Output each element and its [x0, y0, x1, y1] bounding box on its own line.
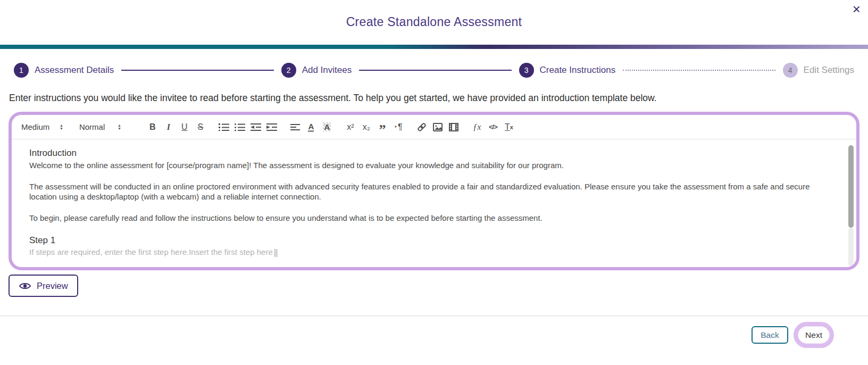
paragraph-direction-button[interactable]: ‣ ¶	[390, 119, 406, 135]
bullet-list-icon[interactable]	[232, 119, 248, 135]
header-gradient-bar	[0, 45, 868, 49]
next-button-focus-ring: Next	[794, 322, 834, 348]
editor-heading-step1: Step 1	[29, 235, 824, 246]
text-cursor	[274, 249, 278, 257]
clear-format-t: T	[505, 122, 510, 132]
step-edit-settings: 4 Edit Settings	[783, 63, 854, 78]
ordered-list-icon[interactable]	[216, 119, 232, 135]
step-connector-1	[121, 70, 273, 71]
step-3-circle: 3	[519, 63, 534, 78]
editor-text-area[interactable]: Introduction Welcome to the online asses…	[12, 139, 856, 267]
step-connector-2	[359, 70, 511, 71]
text-color-button[interactable]: A	[303, 119, 319, 135]
script-quote-group: x² x₂ ” ‣ ¶	[343, 119, 406, 135]
code-view-button[interactable]: </>	[485, 119, 501, 135]
step-2-label: Add Invitees	[302, 65, 352, 76]
editor-scrollbar-thumb[interactable]	[848, 145, 854, 228]
instructions-hint: Enter instructions you would like the in…	[9, 93, 657, 104]
bold-button[interactable]: B	[145, 119, 161, 135]
paragraph-format-select[interactable]: Normal	[79, 122, 121, 131]
preview-button[interactable]: Preview	[9, 275, 78, 297]
step-3-label: Create Instructions	[540, 65, 616, 76]
page-title: Create Standalone Assessment	[0, 15, 868, 29]
text-color-letter: A	[308, 122, 314, 132]
editor-paragraph-welcome: Welcome to the online assessment for [co…	[29, 160, 824, 171]
align-icon[interactable]	[287, 119, 303, 135]
editor-paragraph-begin: To begin, please carefully read and foll…	[29, 213, 824, 223]
updown-icon	[60, 124, 63, 130]
next-button[interactable]: Next	[798, 326, 830, 344]
video-icon[interactable]	[446, 119, 462, 135]
preview-button-label: Preview	[37, 281, 68, 291]
advanced-group: ƒx </> Tx	[469, 119, 517, 135]
strikethrough-button[interactable]: S	[193, 119, 208, 135]
indent-icon[interactable]	[264, 119, 280, 135]
editor-heading-introduction: Introduction	[29, 148, 824, 159]
editor-toolbar: Medium Normal B I U S	[12, 115, 856, 139]
paragraph-mark: ¶	[398, 122, 403, 132]
underline-button[interactable]: U	[177, 119, 193, 135]
step-2-circle: 2	[281, 63, 296, 78]
blockquote-button[interactable]: ”	[374, 119, 390, 135]
updown-icon	[118, 124, 121, 130]
placeholder-text: If steps are required, enter the first s…	[29, 247, 273, 256]
outdent-icon[interactable]	[248, 119, 264, 135]
editor-scrollbar-track[interactable]	[848, 228, 854, 266]
superscript-button[interactable]: x²	[343, 119, 358, 135]
step-4-label: Edit Settings	[804, 65, 854, 76]
formula-button[interactable]: ƒx	[469, 119, 485, 135]
font-size-select[interactable]: Medium	[21, 122, 63, 131]
image-icon[interactable]	[430, 119, 446, 135]
paragraph-arrow: ‣	[394, 124, 397, 130]
eye-icon	[19, 281, 31, 291]
editor-paragraph-proctored: The assessment will be conducted in an o…	[29, 181, 811, 202]
step-assessment-details[interactable]: 1 Assessment Details	[14, 63, 114, 78]
footer-divider	[0, 316, 868, 316]
editor-step1-placeholder: If steps are required, enter the first s…	[29, 247, 824, 257]
link-icon[interactable]	[414, 119, 430, 135]
instructions-editor: Medium Normal B I U S	[9, 112, 859, 270]
step-connector-3	[623, 70, 775, 71]
highlight-color-button[interactable]: A	[319, 119, 335, 135]
subscript-button[interactable]: x₂	[358, 119, 374, 135]
back-button[interactable]: Back	[752, 326, 788, 344]
close-icon[interactable]: ×	[853, 2, 861, 16]
clear-format-button[interactable]: Tx	[501, 119, 517, 135]
wizard-stepper: 1 Assessment Details 2 Add Invitees 3 Cr…	[0, 62, 868, 78]
step-create-instructions[interactable]: 3 Create Instructions	[519, 63, 616, 78]
text-style-group: B I U S	[145, 119, 208, 135]
list-group	[216, 119, 280, 135]
clear-format-x: x	[510, 124, 513, 130]
step-4-circle: 4	[783, 63, 798, 78]
format-group: A A	[287, 119, 335, 135]
highlight-color-letter: A	[323, 122, 331, 131]
italic-button[interactable]: I	[161, 119, 177, 135]
step-1-label: Assessment Details	[35, 65, 114, 76]
paragraph-format-value: Normal	[79, 122, 118, 131]
media-group	[414, 119, 462, 135]
step-add-invitees[interactable]: 2 Add Invitees	[281, 63, 352, 78]
step-1-circle: 1	[14, 63, 29, 78]
font-size-value: Medium	[21, 122, 60, 131]
